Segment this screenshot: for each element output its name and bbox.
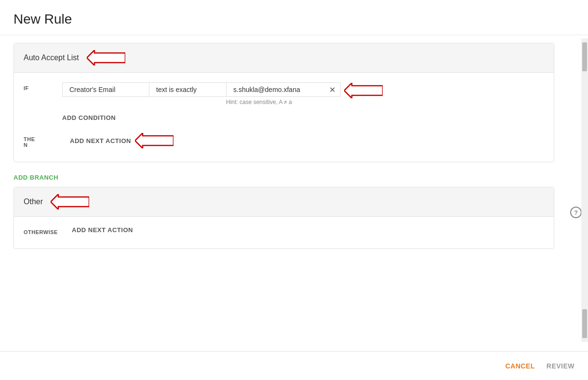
- page-header: New Rule: [0, 0, 588, 35]
- condition-value-wrapper: ✕: [226, 82, 341, 97]
- annotation-arrow-4: [51, 194, 89, 210]
- page-title: New Rule: [13, 12, 575, 27]
- scroll-area: Auto Accept List IF Creator's Email: [0, 43, 564, 351]
- then-label: THE N: [24, 133, 62, 148]
- help-icon[interactable]: ?: [570, 207, 582, 218]
- annotation-arrow-2: [344, 83, 383, 98]
- then-row: THE N ADD NEXT ACTION: [24, 123, 544, 152]
- otherwise-label: OTHERWISE: [24, 226, 72, 235]
- condition-value-input[interactable]: [227, 83, 324, 96]
- add-condition-button[interactable]: ADD CONDITION: [24, 109, 544, 123]
- right-gutter: ?: [564, 43, 588, 351]
- branch-card-2: Other OTHERWISE ADD NEXT ACTION: [13, 187, 554, 249]
- review-button[interactable]: REVIEW: [547, 362, 575, 370]
- condition-inputs: Creator's Email text is exactly ✕: [62, 82, 544, 97]
- remove-condition-button[interactable]: ✕: [324, 83, 340, 96]
- svg-marker-2: [135, 133, 174, 148]
- annotation-arrow-1: [87, 50, 125, 66]
- condition-field-selector[interactable]: Creator's Email: [62, 82, 149, 97]
- condition-fields: Creator's Email text is exactly ✕: [62, 82, 544, 105]
- branch-card-1-header: Auto Accept List: [14, 43, 554, 73]
- add-next-action-button-1[interactable]: ADD NEXT ACTION: [70, 133, 174, 148]
- branch-card-2-body: OTHERWISE ADD NEXT ACTION: [14, 217, 554, 249]
- branch-card-1: Auto Accept List IF Creator's Email: [13, 43, 554, 162]
- svg-marker-0: [87, 50, 125, 66]
- condition-operator-selector[interactable]: text is exactly: [149, 82, 226, 97]
- add-branch-button[interactable]: ADD BRANCH: [13, 168, 554, 187]
- if-label: IF: [24, 82, 62, 91]
- branch-card-1-body: IF Creator's Email text is exactly ✕: [14, 73, 554, 162]
- svg-marker-1: [344, 83, 383, 98]
- branch-2-title: Other: [24, 197, 43, 206]
- add-next-action-button-2[interactable]: ADD NEXT ACTION: [72, 226, 133, 234]
- svg-marker-3: [51, 194, 89, 210]
- branch-card-2-header: Other: [14, 187, 554, 217]
- cancel-button[interactable]: CANCEL: [505, 362, 535, 370]
- condition-hint: Hint: case sensitive, A ≠ a: [62, 99, 544, 105]
- annotation-arrow-3: [135, 133, 174, 148]
- footer: CANCEL REVIEW: [0, 351, 588, 380]
- condition-row: IF Creator's Email text is exactly ✕: [24, 82, 544, 105]
- otherwise-row: OTHERWISE ADD NEXT ACTION: [24, 226, 544, 235]
- branch-1-title: Auto Accept List: [24, 53, 79, 62]
